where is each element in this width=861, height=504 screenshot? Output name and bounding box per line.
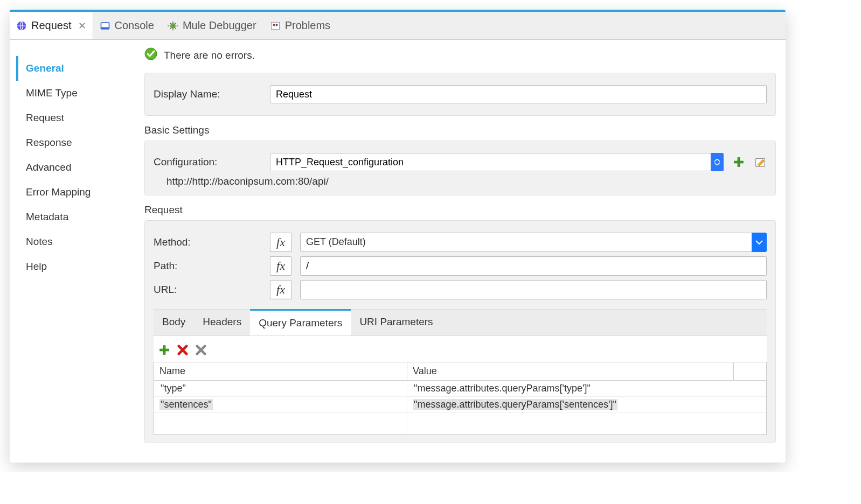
fx-button-url[interactable]: fx — [270, 280, 291, 299]
tab-request[interactable]: Request ✕ — [10, 12, 93, 39]
configuration-select[interactable] — [270, 153, 724, 171]
method-label: Method: — [154, 236, 261, 248]
add-param-button[interactable] — [158, 344, 171, 356]
problems-icon — [270, 20, 281, 31]
table-row[interactable]: "sentences" "message.attributes.queryPar… — [154, 397, 766, 413]
svg-point-5 — [273, 24, 275, 26]
tab-console[interactable]: Console — [93, 12, 161, 39]
sidebar-item-response[interactable]: Response — [16, 130, 128, 155]
svg-rect-2 — [101, 27, 109, 29]
remove-param-button[interactable] — [176, 344, 189, 356]
display-name-group: Display Name: — [144, 73, 776, 116]
success-icon — [144, 47, 157, 63]
main-panel: There are no errors. Display Name: Basic… — [135, 40, 786, 463]
status-message: There are no errors. — [164, 50, 255, 61]
debug-icon — [168, 20, 178, 31]
edit-configuration-button[interactable] — [754, 156, 767, 169]
params-toolbar — [154, 336, 767, 362]
svg-point-6 — [275, 24, 277, 26]
tab-label: Console — [115, 19, 154, 32]
fx-button-method[interactable]: fx — [270, 233, 291, 252]
status-row: There are no errors. — [135, 40, 786, 68]
config-window: Request ✕ Console Mule Debugger Problems — [10, 10, 786, 463]
sidebar-item-notes[interactable]: Notes — [16, 229, 128, 254]
tab-label: Problems — [285, 19, 330, 32]
path-input[interactable] — [300, 256, 767, 276]
chevron-down-icon[interactable] — [752, 233, 767, 252]
param-value[interactable]: "message.attributes.queryParams['type']" — [413, 383, 592, 394]
sidebar-item-metadata[interactable]: Metadata — [16, 205, 128, 229]
tab-label: Request — [31, 19, 72, 32]
clear-params-button[interactable] — [195, 344, 207, 356]
path-label: Path: — [154, 260, 261, 272]
sidebar-item-advanced[interactable]: Advanced — [16, 155, 128, 180]
request-title: Request — [144, 204, 776, 216]
table-row[interactable]: "type" "message.attributes.queryParams['… — [154, 381, 766, 397]
request-inner-tabs: Body Headers Query Parameters URI Parame… — [154, 309, 767, 336]
method-select[interactable]: GET (Default) — [300, 233, 767, 252]
params-header-row: Name Value — [154, 362, 766, 381]
configuration-value[interactable] — [270, 153, 712, 171]
tab-label: Mule Debugger — [183, 19, 256, 32]
configuration-url-preview: http://http://baconipsum.com:80/api/ — [166, 176, 767, 187]
basic-settings-group: Configuration: http:// — [144, 141, 776, 195]
svg-rect-4 — [271, 22, 279, 29]
top-tabstrip: Request ✕ Console Mule Debugger Problems — [10, 12, 786, 40]
inner-tab-body[interactable]: Body — [154, 310, 194, 335]
params-header-name: Name — [154, 362, 407, 380]
param-value[interactable]: "message.attributes.queryParams['sentenc… — [413, 399, 617, 410]
params-table: Name Value "type" "message.attributes.qu… — [154, 362, 767, 435]
basic-settings-title: Basic Settings — [144, 124, 776, 136]
params-header-value: Value — [407, 362, 734, 380]
method-value: GET (Default) — [300, 233, 767, 252]
add-configuration-button[interactable] — [732, 156, 745, 169]
inner-tab-query-parameters[interactable]: Query Parameters — [250, 309, 351, 335]
fx-button-path[interactable]: fx — [270, 256, 291, 276]
sidebar-item-error-mapping[interactable]: Error Mapping — [16, 180, 128, 205]
select-stepper-icon[interactable] — [711, 153, 724, 171]
inner-tab-uri-parameters[interactable]: URI Parameters — [351, 310, 441, 335]
globe-icon — [16, 20, 27, 31]
sidebar-item-help[interactable]: Help — [16, 254, 128, 279]
param-name[interactable]: "type" — [159, 383, 187, 394]
sidebar: General MIME Type Request Response Advan… — [10, 40, 135, 463]
close-icon[interactable]: ✕ — [78, 20, 86, 32]
sidebar-item-general[interactable]: General — [16, 56, 128, 81]
url-input[interactable] — [300, 280, 767, 299]
svg-rect-12 — [160, 349, 169, 351]
configuration-label: Configuration: — [154, 156, 261, 168]
table-empty-row — [154, 413, 766, 435]
svg-rect-9 — [734, 161, 744, 163]
sidebar-item-mime-type[interactable]: MIME Type — [16, 81, 128, 106]
sidebar-item-request[interactable]: Request — [16, 106, 128, 130]
display-name-input[interactable] — [270, 85, 767, 103]
inner-tab-headers[interactable]: Headers — [194, 310, 250, 335]
param-name[interactable]: "sentences" — [159, 399, 213, 410]
display-name-label: Display Name: — [154, 88, 261, 100]
tab-problems[interactable]: Problems — [263, 12, 337, 39]
console-icon — [100, 20, 110, 31]
tab-mule-debugger[interactable]: Mule Debugger — [161, 12, 263, 39]
request-group: Method: fx GET (Default) Path: fx UR — [144, 220, 776, 443]
url-label: URL: — [154, 284, 261, 296]
